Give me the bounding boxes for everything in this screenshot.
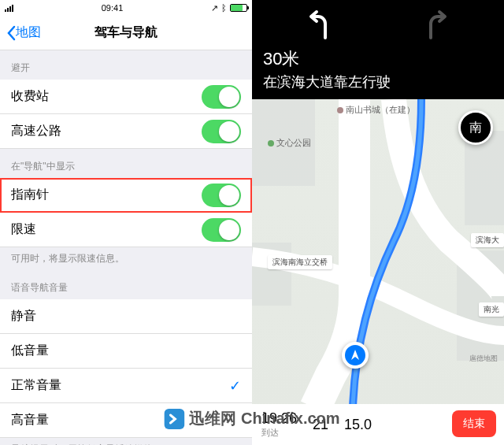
highway-row[interactable]: 高速公路 xyxy=(0,114,252,149)
avoid-header: 避开 xyxy=(0,50,252,80)
nav-banner: 30米 在滨海大道靠左行驶 xyxy=(252,0,504,99)
road-label-3: 南光 xyxy=(479,302,504,317)
poi-bookstore: 南山书城（在建） xyxy=(337,104,415,116)
map-credit: 扈德地图 xyxy=(469,354,498,364)
compass-text: 南 xyxy=(469,120,482,136)
check-icon: ✓ xyxy=(229,377,241,395)
watermark-icon xyxy=(164,409,184,429)
end-button[interactable]: 结束 xyxy=(452,410,496,437)
poi-park: 文心公园 xyxy=(268,137,311,149)
watermark-text: 迅维网 Chinafix.com xyxy=(189,408,339,429)
mute-label: 静音 xyxy=(11,308,36,324)
turn-left-active-icon xyxy=(303,9,338,41)
highway-toggle[interactable] xyxy=(202,120,241,143)
nav-bar: 地图 驾车与导航 xyxy=(0,16,252,50)
speed-toggle[interactable] xyxy=(202,218,241,242)
volume-header: 语音导航音量 xyxy=(0,270,252,299)
high-label: 高音量 xyxy=(11,412,49,428)
low-row[interactable]: 低音量 xyxy=(0,334,252,369)
instruction: 在滨海大道靠左行驶 xyxy=(263,72,493,91)
status-bar: 09:41 ↗ ᛒ xyxy=(0,0,252,16)
turn-right-inactive-icon xyxy=(418,9,453,41)
show-header: 在"导航"中显示 xyxy=(0,149,252,178)
volume-hint: 导航提示时，用较低音量播放媒体。 xyxy=(0,438,252,445)
watermark: 迅维网 Chinafix.com xyxy=(164,408,339,429)
bluetooth-icon: ᛒ xyxy=(221,3,227,13)
mute-row[interactable]: 静音 xyxy=(0,299,252,334)
normal-label: 正常音量 xyxy=(11,377,61,394)
eta-dist: 15.0 xyxy=(344,417,372,433)
road-label-1: 滨海南海立交桥 xyxy=(268,255,332,269)
toll-toggle[interactable] xyxy=(202,85,241,109)
back-label: 地图 xyxy=(16,24,41,41)
road-label-2: 滨海大 xyxy=(471,233,504,247)
normal-row[interactable]: 正常音量 ✓ xyxy=(0,369,252,403)
back-button[interactable]: 地图 xyxy=(6,24,41,41)
signal-icon xyxy=(5,5,13,12)
speed-label: 限速 xyxy=(11,221,36,238)
location-icon: ↗ xyxy=(211,3,218,13)
compass-toggle[interactable] xyxy=(202,184,241,207)
speed-hint: 可用时，将显示限速信息。 xyxy=(0,247,252,270)
map-view[interactable]: 南山书城（在建） 文心公园 南 滨海南海立交桥 滨海大 南光 扈德地图 xyxy=(252,99,504,408)
chevron-left-icon xyxy=(6,25,16,41)
arrow-icon xyxy=(349,349,361,362)
speed-row[interactable]: 限速 xyxy=(0,213,252,247)
toll-row[interactable]: 收费站 xyxy=(0,80,252,114)
compass-button[interactable]: 南 xyxy=(458,110,493,145)
user-location xyxy=(342,342,369,369)
low-label: 低音量 xyxy=(11,343,49,359)
compass-row[interactable]: 指南针 xyxy=(0,178,252,213)
distance: 30米 xyxy=(263,47,493,71)
toll-label: 收费站 xyxy=(11,88,49,105)
compass-label: 指南针 xyxy=(11,187,49,203)
status-time: 09:41 xyxy=(102,3,124,13)
battery-icon xyxy=(230,4,247,12)
highway-label: 高速公路 xyxy=(11,123,61,139)
